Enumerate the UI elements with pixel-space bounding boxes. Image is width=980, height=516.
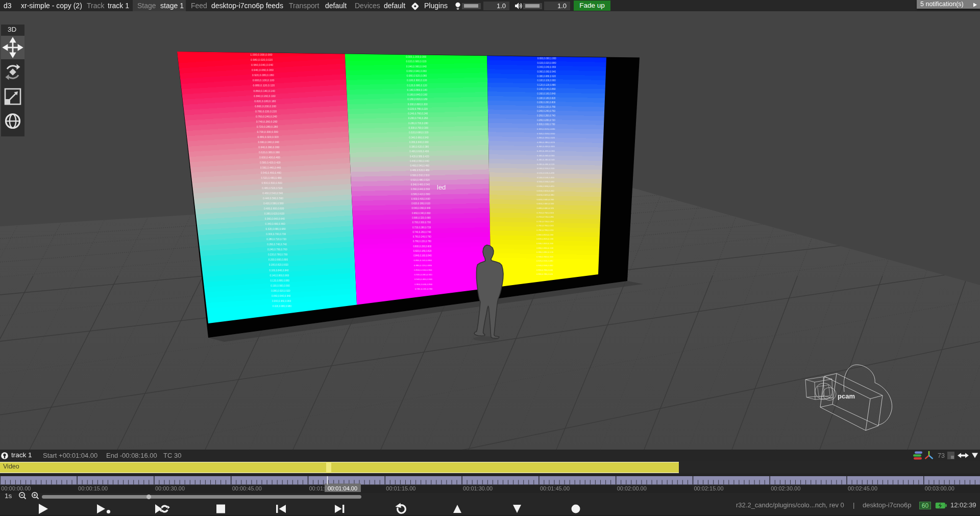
svg-text:0.340,0.660,0.660: 0.340,0.660,0.660 xyxy=(265,223,285,225)
svg-text:0.560,0.440,0.440: 0.560,0.440,0.440 xyxy=(260,166,281,169)
svg-text:0.940,0.060,0.060: 0.940,0.060,0.060 xyxy=(252,68,274,72)
svg-text:0.320,0.320,0.680: 0.320,0.320,0.680 xyxy=(537,128,555,130)
svg-text:0.180,0.820,0.820: 0.180,0.820,0.820 xyxy=(269,264,289,266)
svg-text:0.800,0.200,0.200: 0.800,0.200,0.200 xyxy=(255,105,276,108)
svg-text:0.760,0.240,0.240: 0.760,0.240,0.240 xyxy=(256,115,277,118)
svg-text:0.200,0.800,0.200: 0.200,0.800,0.200 xyxy=(408,103,428,106)
svg-text:0.840,0.160,0.160: 0.840,0.160,0.160 xyxy=(254,95,276,98)
svg-text:0.160,0.840,0.840: 0.160,0.840,0.840 xyxy=(270,269,289,272)
svg-text:0.640,0.640,0.360: 0.640,0.640,0.360 xyxy=(536,198,554,201)
svg-text:0.040,0.960,0.040: 0.040,0.960,0.040 xyxy=(406,65,427,68)
svg-text:0.440,0.560,0.560: 0.440,0.560,0.560 xyxy=(263,197,283,200)
svg-text:0.920,0.080,0.920: 0.920,0.080,0.920 xyxy=(414,273,433,276)
svg-text:0.860,0.140,0.140: 0.860,0.140,0.140 xyxy=(253,89,275,92)
svg-text:00:01:15.00: 00:01:15.00 xyxy=(386,485,415,491)
svg-text:0.480,0.480,0.520: 0.480,0.480,0.520 xyxy=(537,163,555,166)
svg-text:0.780,0.220,0.220: 0.780,0.220,0.220 xyxy=(255,110,277,113)
svg-text:0.120,0.880,0.120: 0.120,0.880,0.120 xyxy=(407,84,427,87)
svg-text:0.800,0.200,0.800: 0.800,0.200,0.800 xyxy=(413,245,431,248)
svg-text:0.780,0.780,0.220: 0.780,0.780,0.220 xyxy=(536,229,554,231)
svg-text:0.860,0.860,0.140: 0.860,0.860,0.140 xyxy=(536,247,554,249)
svg-text:00:02:45.00: 00:02:45.00 xyxy=(848,485,877,491)
svg-text:0.300,0.300,0.700: 0.300,0.300,0.700 xyxy=(537,123,555,126)
svg-text:0.500,0.500,0.500: 0.500,0.500,0.500 xyxy=(410,174,430,177)
svg-text:00:02:00.00: 00:02:00.00 xyxy=(617,485,647,491)
svg-text:0.940,0.060,0.940: 0.940,0.060,0.940 xyxy=(414,278,433,280)
svg-text:00:03:00.00: 00:03:00.00 xyxy=(925,485,954,491)
svg-text:0.520,0.480,0.480: 0.520,0.480,0.480 xyxy=(261,176,282,179)
svg-text:0.100,0.900,0.900: 0.100,0.900,0.900 xyxy=(271,285,290,287)
svg-text:0.080,0.920,0.920: 0.080,0.920,0.920 xyxy=(271,290,290,292)
svg-text:0.180,0.180,0.820: 0.180,0.180,0.820 xyxy=(537,97,556,100)
svg-text:0.200,0.800,0.800: 0.200,0.800,0.800 xyxy=(268,259,288,261)
svg-text:0.680,0.320,0.320: 0.680,0.320,0.320 xyxy=(257,135,278,138)
svg-text:0.820,0.820,0.180: 0.820,0.820,0.180 xyxy=(536,238,554,240)
svg-text:0.200,0.200,0.800: 0.200,0.200,0.800 xyxy=(537,101,556,104)
svg-text:0.520,0.520,0.480: 0.520,0.520,0.480 xyxy=(537,172,555,174)
svg-text:0.140,0.860,0.140: 0.140,0.860,0.140 xyxy=(407,89,428,91)
svg-text:0.380,0.620,0.380: 0.380,0.620,0.380 xyxy=(409,146,429,148)
svg-text:0.880,0.120,0.880: 0.880,0.120,0.880 xyxy=(414,264,432,267)
svg-text:0.440,0.560,0.440: 0.440,0.560,0.440 xyxy=(410,160,429,162)
svg-text:0.020,0.980,0.020: 0.020,0.980,0.020 xyxy=(406,60,426,63)
svg-text:00:02:15.00: 00:02:15.00 xyxy=(694,485,724,491)
svg-text:0.760,0.240,0.760: 0.760,0.240,0.760 xyxy=(413,236,431,238)
svg-text:0.580,0.420,0.420: 0.580,0.420,0.420 xyxy=(260,161,281,164)
svg-text:0.840,0.840,0.160: 0.840,0.840,0.160 xyxy=(536,242,554,245)
svg-text:00:01:30.00: 00:01:30.00 xyxy=(463,485,493,491)
svg-text:0.860,0.140,0.860: 0.860,0.140,0.860 xyxy=(413,259,432,262)
svg-text:0.700,0.700,0.300: 0.700,0.700,0.300 xyxy=(536,212,554,214)
svg-text:0.880,0.120,0.120: 0.880,0.120,0.120 xyxy=(253,84,275,87)
svg-text:0.960,0.040,0.960: 0.960,0.040,0.960 xyxy=(414,283,432,286)
svg-text:0.000,1.000,0.000: 0.000,1.000,0.000 xyxy=(406,55,426,58)
svg-text:0.740,0.260,0.740: 0.740,0.260,0.740 xyxy=(412,231,431,233)
svg-text:0.060,0.060,0.940: 0.060,0.060,0.940 xyxy=(537,71,556,73)
svg-text:00:01:45.00: 00:01:45.00 xyxy=(540,485,570,491)
svg-text:0.920,0.080,0.080: 0.920,0.080,0.080 xyxy=(252,74,274,77)
svg-text:0.340,0.660,0.340: 0.340,0.660,0.340 xyxy=(409,136,429,139)
svg-text:0.260,0.740,0.740: 0.260,0.740,0.740 xyxy=(267,243,287,246)
svg-text:0.580,0.420,0.580: 0.580,0.420,0.580 xyxy=(411,193,430,196)
svg-text:0.120,0.880,0.880: 0.120,0.880,0.880 xyxy=(270,279,289,282)
svg-text:0.380,0.380,0.620: 0.380,0.380,0.620 xyxy=(537,141,555,144)
svg-text:0.600,0.600,0.400: 0.600,0.600,0.400 xyxy=(537,190,555,192)
svg-text:0.560,0.560,0.440: 0.560,0.560,0.440 xyxy=(537,180,555,183)
svg-text:0.160,0.160,0.840: 0.160,0.160,0.840 xyxy=(537,92,556,95)
svg-text:00:00:45.00: 00:00:45.00 xyxy=(232,485,262,491)
svg-text:0.100,0.900,0.100: 0.100,0.900,0.100 xyxy=(407,79,427,82)
svg-text:0.460,0.460,0.540: 0.460,0.460,0.540 xyxy=(537,158,555,161)
svg-text:0.320,0.680,0.680: 0.320,0.680,0.680 xyxy=(265,228,285,230)
svg-text:00:00:15.00: 00:00:15.00 xyxy=(78,485,108,491)
svg-text:0.540,0.460,0.460: 0.540,0.460,0.460 xyxy=(261,171,282,174)
svg-text:0.900,0.100,0.900: 0.900,0.100,0.900 xyxy=(414,269,432,271)
svg-text:0.140,0.140,0.860: 0.140,0.140,0.860 xyxy=(537,88,556,90)
svg-text:0.300,0.700,0.300: 0.300,0.700,0.300 xyxy=(409,127,429,129)
svg-text:0.600,0.400,0.400: 0.600,0.400,0.400 xyxy=(259,156,280,159)
svg-text:0.500,0.500,0.500: 0.500,0.500,0.500 xyxy=(537,167,555,170)
svg-text:0.720,0.280,0.720: 0.720,0.280,0.720 xyxy=(412,226,431,229)
svg-text:0.820,0.180,0.820: 0.820,0.180,0.820 xyxy=(413,250,432,252)
svg-text:0.980,0.980,0.020: 0.980,0.980,0.020 xyxy=(536,273,553,275)
svg-text:0.280,0.720,0.720: 0.280,0.720,0.720 xyxy=(266,238,286,241)
svg-text:0.720,0.720,0.280: 0.720,0.720,0.280 xyxy=(536,216,554,218)
svg-text:0.660,0.660,0.340: 0.660,0.660,0.340 xyxy=(537,202,554,205)
svg-text:0.760,0.760,0.240: 0.760,0.760,0.240 xyxy=(536,224,554,227)
svg-text:0.260,0.740,0.260: 0.260,0.740,0.260 xyxy=(408,117,428,120)
svg-text:0.000,0.000,1.000: 0.000,0.000,1.000 xyxy=(537,57,556,60)
svg-text:0.380,0.620,0.620: 0.380,0.620,0.620 xyxy=(264,213,285,215)
svg-text:0.400,0.600,0.600: 0.400,0.600,0.600 xyxy=(264,207,284,210)
svg-text:0.140,0.860,0.860: 0.140,0.860,0.860 xyxy=(270,274,289,277)
svg-text:0.480,0.520,0.520: 0.480,0.520,0.520 xyxy=(262,186,282,190)
svg-text:0.540,0.540,0.460: 0.540,0.540,0.460 xyxy=(537,176,555,179)
svg-text:0.240,0.760,0.240: 0.240,0.760,0.240 xyxy=(408,112,428,115)
svg-text:0.040,0.040,0.960: 0.040,0.040,0.960 xyxy=(537,66,556,68)
svg-text:0.400,0.600,0.400: 0.400,0.600,0.400 xyxy=(409,150,429,153)
svg-text:pcam: pcam xyxy=(838,392,855,400)
svg-text:0.660,0.340,0.660: 0.660,0.340,0.660 xyxy=(412,212,431,215)
svg-text:0.500,0.500,0.500: 0.500,0.500,0.500 xyxy=(261,181,282,184)
svg-text:0.460,0.540,0.540: 0.460,0.540,0.540 xyxy=(262,192,283,195)
svg-text:0.020,0.980,0.980: 0.020,0.980,0.980 xyxy=(273,305,292,308)
svg-text:0.620,0.380,0.620: 0.620,0.380,0.620 xyxy=(411,202,430,205)
svg-text:0.520,0.480,0.520: 0.520,0.480,0.520 xyxy=(410,179,430,181)
svg-text:0.080,0.080,0.920: 0.080,0.080,0.920 xyxy=(537,75,556,78)
